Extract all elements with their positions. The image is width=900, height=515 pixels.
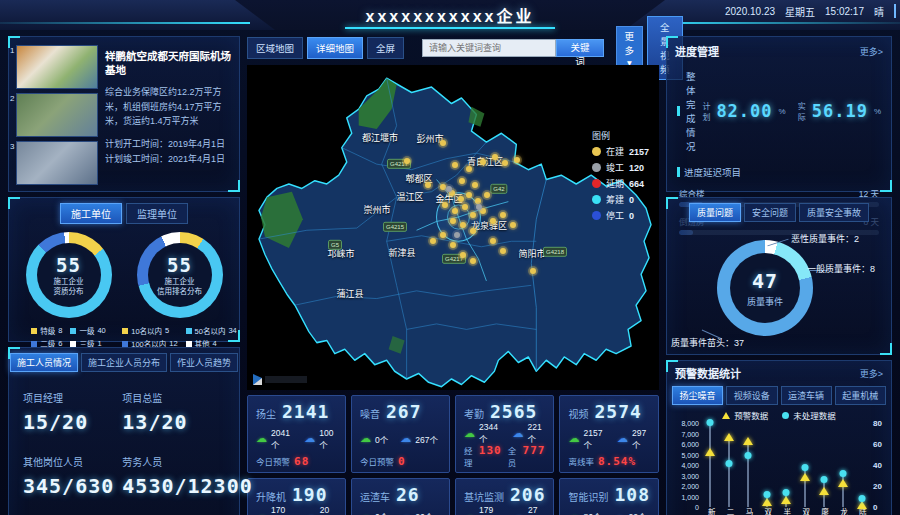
- warning-tab[interactable]: 起重机械: [835, 386, 886, 405]
- site-marker-active[interactable]: [460, 252, 466, 258]
- warning-triangle-marker: [724, 433, 734, 441]
- personnel-panel: 施工人员情况施工企业人员分布作业人员趋势 项目经理 15/20 项目总监 13/…: [8, 347, 240, 515]
- site-marker-active[interactable]: [425, 182, 431, 188]
- site-marker-active[interactable]: [450, 242, 456, 248]
- device-card[interactable]: 噪音 267 ☁ 0个 ☁ 267个: [351, 395, 450, 473]
- site-marker-active[interactable]: [404, 158, 410, 164]
- site-marker-active[interactable]: [492, 154, 498, 160]
- site-marker-active[interactable]: [530, 268, 536, 274]
- device-card[interactable]: 基坑监测 206 ☁ 179个 ☁ 27个: [455, 478, 555, 515]
- device-card[interactable]: 智能识别 108 ☁ 86个 ☁ 22个: [559, 478, 659, 515]
- device-card[interactable]: 视频 2574 ☁ 2157个 ☁ 297个: [559, 395, 659, 473]
- site-marker-active[interactable]: [466, 166, 472, 172]
- more-link[interactable]: 更多>: [860, 367, 883, 380]
- site-marker-active[interactable]: [490, 218, 496, 224]
- site-marker-active[interactable]: [440, 140, 446, 146]
- warn-legend-item: 预警数据: [722, 409, 768, 421]
- site-marker-active[interactable]: [458, 196, 464, 202]
- site-marker-active[interactable]: [442, 202, 448, 208]
- project-thumbnail[interactable]: 2: [16, 93, 98, 137]
- site-marker-active[interactable]: [470, 258, 476, 264]
- site-marker-active[interactable]: [440, 232, 446, 238]
- quality-tab[interactable]: 安全问题: [744, 203, 796, 222]
- chart-column[interactable]: [701, 423, 719, 507]
- site-marker-active[interactable]: [459, 178, 465, 184]
- warning-tab[interactable]: 视频设备: [726, 386, 777, 405]
- warning-tab[interactable]: 扬尘噪音: [672, 386, 723, 405]
- map-canvas[interactable]: 都江堰市彭州市青白江区郫都区温江区金牛区崇州市龙泉驿区新津县邛崃市简阳市蒲江县 …: [247, 65, 659, 390]
- offline-count: 22个: [628, 510, 646, 515]
- unprocessed-circle-marker: [707, 419, 714, 426]
- personnel-tab[interactable]: 施工企业人员分布: [81, 353, 167, 372]
- chart-column[interactable]: [777, 423, 795, 507]
- site-marker-finished[interactable]: [476, 204, 482, 210]
- chart-column[interactable]: [758, 423, 776, 507]
- map-mode-buttons: 区域地图详细地图全屏: [247, 37, 404, 59]
- more-link[interactable]: 更多>: [860, 45, 883, 58]
- offline-count: 297个: [632, 428, 650, 450]
- site-marker-active[interactable]: [514, 157, 520, 163]
- offline-cloud-icon: ☁: [400, 433, 411, 444]
- site-marker-active[interactable]: [510, 222, 516, 228]
- legend-dot: [592, 195, 601, 204]
- panel-title: 预警数据统计: [675, 365, 741, 381]
- site-marker-active[interactable]: [490, 238, 496, 244]
- donut-legend: 10名以内 5 50名以内 34: [122, 325, 237, 349]
- units-tab[interactable]: 监理单位: [126, 203, 188, 224]
- legend-label: 停工: [606, 209, 624, 222]
- site-marker-active[interactable]: [430, 238, 436, 244]
- site-marker-active[interactable]: [462, 204, 468, 210]
- stem: [728, 437, 730, 507]
- project-thumbnail[interactable]: 1: [16, 45, 98, 89]
- site-marker-active[interactable]: [472, 182, 478, 188]
- site-marker-active[interactable]: [460, 222, 466, 228]
- online-count: 0个: [375, 510, 388, 515]
- personnel-tab[interactable]: 施工人员情况: [10, 353, 78, 372]
- site-marker-active[interactable]: [480, 159, 486, 165]
- warning-triangle-marker: [762, 498, 772, 506]
- chart-column[interactable]: [796, 423, 814, 507]
- units-tab[interactable]: 施工单位: [60, 203, 122, 224]
- site-marker-finished[interactable]: [446, 186, 452, 192]
- device-card[interactable]: 运渣车 26 ☁ 0个 ☁ 26个: [351, 478, 450, 515]
- chart-column[interactable]: [853, 423, 871, 507]
- map-mode-button[interactable]: 区域地图: [247, 37, 303, 59]
- quality-tab[interactable]: 质量问题: [689, 203, 741, 222]
- card-value: 267: [386, 401, 422, 422]
- search-button[interactable]: 关键词: [556, 39, 603, 57]
- card-title: 升降机: [256, 489, 286, 504]
- more-dropdown[interactable]: 更多 ▾: [616, 26, 644, 71]
- unprocessed-circle-marker: [726, 460, 733, 467]
- online-cloud-icon: ☁: [464, 511, 475, 515]
- site-marker-active[interactable]: [450, 218, 456, 224]
- circle-marker-icon: [782, 412, 789, 419]
- device-card[interactable]: 考勤 2565 ☁ 2344个 ☁ 221个: [455, 395, 555, 473]
- personnel-tab[interactable]: 作业人员趋势: [170, 353, 238, 372]
- site-marker-active[interactable]: [452, 208, 458, 214]
- project-thumbnail[interactable]: 3: [16, 141, 98, 185]
- device-card[interactable]: 扬尘 2141 ☁ 2041个 ☁ 100个: [247, 395, 346, 473]
- search-input[interactable]: [422, 39, 556, 57]
- site-marker-finished[interactable]: [454, 232, 460, 238]
- offline-count: 26个: [415, 510, 433, 515]
- site-marker-active[interactable]: [484, 192, 490, 198]
- site-marker-active[interactable]: [500, 212, 506, 218]
- personnel-stat: 项目总监 13/20: [122, 390, 252, 434]
- site-marker-active[interactable]: [502, 160, 508, 166]
- chart-column[interactable]: [815, 423, 833, 507]
- chart-column[interactable]: [739, 423, 757, 507]
- device-card[interactable]: 升降机 190 ☁ 170个 ☁ 20个: [247, 478, 346, 515]
- site-marker-active[interactable]: [466, 192, 472, 198]
- chart-column[interactable]: [720, 423, 738, 507]
- map-mode-button[interactable]: 详细地图: [307, 37, 363, 59]
- site-marker-active[interactable]: [500, 248, 506, 254]
- site-marker-active[interactable]: [470, 212, 476, 218]
- site-marker-active[interactable]: [470, 228, 476, 234]
- map-mode-button[interactable]: 全屏: [367, 37, 404, 59]
- quality-tab[interactable]: 质量安全事故: [799, 203, 869, 222]
- site-marker-active[interactable]: [452, 162, 458, 168]
- header-title-block: xxxxxxxxxxx企业: [235, 0, 665, 30]
- chart-column[interactable]: [834, 423, 852, 507]
- warning-tab[interactable]: 运渣车辆: [781, 386, 832, 405]
- online-cloud-icon: ☁: [464, 428, 475, 439]
